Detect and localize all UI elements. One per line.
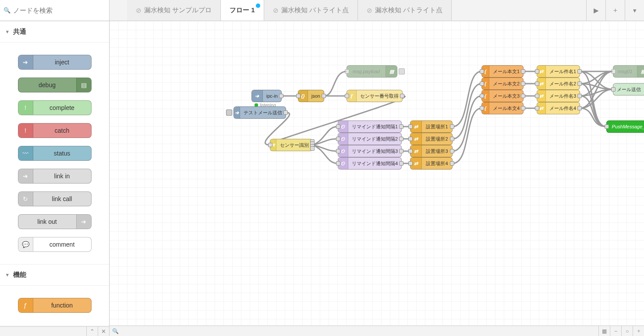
link-in-icon: ➜ xyxy=(18,169,33,183)
debug-icon: ▤ xyxy=(637,66,644,77)
palette-node-catch[interactable]: !catch xyxy=(18,123,92,138)
link-call-icon: ↻ xyxy=(18,192,33,206)
tab-add-button[interactable]: ＋ xyxy=(605,0,625,21)
zoom-out-button[interactable]: − xyxy=(610,326,621,336)
node-mail-subject-1[interactable]: ⇄メール件名1 xyxy=(537,65,580,78)
palette-node-function[interactable]: ƒfunction xyxy=(18,298,92,313)
disabled-icon: ⊘ xyxy=(273,7,279,14)
workspace-footer: 🔍 ▦ − ○ ＋ xyxy=(110,325,644,336)
node-ipc-in[interactable]: ➔ipc-in listening xyxy=(251,90,282,102)
node-mail-body-3[interactable]: {メール本文3 xyxy=(481,90,524,102)
arrow-right-icon: ➔ xyxy=(18,55,33,69)
zoom-in-button[interactable]: ＋ xyxy=(633,326,644,336)
node-push-message[interactable]: PushMessage_New💬 xyxy=(606,120,644,133)
palette-category-common[interactable]: ▾共通 xyxy=(0,21,109,42)
node-location-4[interactable]: ⇄設置場所4 xyxy=(410,157,453,170)
node-mail-body-2[interactable]: {メール本文2 xyxy=(481,78,524,90)
workspace: ⊘漏水検知 サンプルプロ フロー 1 ⊘漏水検知 パトライト点 ⊘漏水検知 パト… xyxy=(110,0,644,336)
node-msg-payload[interactable]: msg.payload▤ xyxy=(347,65,397,78)
tab-bar: ⊘漏水検知 サンプルプロ フロー 1 ⊘漏水検知 パトライト点 ⊘漏水検知 パト… xyxy=(110,0,644,21)
node-mail-subject-3[interactable]: ⇄メール件名3 xyxy=(537,90,580,102)
node-location-1[interactable]: ⇄設置場所1 xyxy=(410,120,453,133)
tab-menu-toggle[interactable]: ▶ xyxy=(586,0,605,21)
node-remind-2[interactable]: ⏲リマインド通知間隔2 xyxy=(338,133,402,145)
palette: 🔍 ▾共通 ➔inject debug▤ !complete !catch 〰s… xyxy=(0,0,110,336)
tab-0[interactable]: ⊘漏水検知 サンプルプロ xyxy=(127,0,221,21)
zoom-reset-button[interactable]: ○ xyxy=(621,326,633,336)
inject-button[interactable] xyxy=(226,110,232,116)
debug-icon: ▤ xyxy=(386,66,397,77)
alert-icon: ! xyxy=(18,101,33,115)
node-mail-send[interactable]: メール送信✉ xyxy=(613,83,644,95)
pulse-icon: 〰 xyxy=(18,146,33,160)
debug-toggle[interactable] xyxy=(399,68,405,74)
palette-node-comment[interactable]: 💬comment xyxy=(18,237,92,252)
node-msg01[interactable]: msg01▤ xyxy=(613,65,644,78)
palette-node-link-in[interactable]: ➜link in xyxy=(18,169,92,184)
palette-node-complete[interactable]: !complete xyxy=(18,100,92,115)
node-mail-body-4[interactable]: {メール本文4 xyxy=(481,102,524,114)
tab-2[interactable]: ⊘漏水検知 パトライト点 xyxy=(264,0,358,21)
node-mail-subject-4[interactable]: ⇄メール件名4 xyxy=(537,102,580,114)
palette-category-function[interactable]: ▾機能 xyxy=(0,264,109,286)
disabled-icon: ⊘ xyxy=(367,7,372,14)
palette-footer: ⌃ ✕ xyxy=(0,326,109,336)
alert-icon: ! xyxy=(18,124,33,138)
comment-icon: 💬 xyxy=(18,237,33,251)
link-out-icon: ➜ xyxy=(76,215,91,229)
node-mail-body-1[interactable]: {メール本文1 xyxy=(481,65,524,78)
canvas[interactable]: ➔ipc-in listening {}json msg.payload▤ ƒセ… xyxy=(110,21,644,325)
palette-close-button[interactable]: ✕ xyxy=(98,327,109,336)
node-test-mail[interactable]: ➔テストメール送信 xyxy=(234,106,286,119)
palette-node-inject[interactable]: ➔inject xyxy=(18,55,92,70)
palette-node-link-out[interactable]: link out➜ xyxy=(18,214,92,229)
palette-collapse-button[interactable]: ⌃ xyxy=(86,327,98,336)
palette-node-debug[interactable]: debug▤ xyxy=(18,78,92,92)
tab-dropdown-button[interactable]: ▾ xyxy=(625,0,644,21)
node-remind-3[interactable]: ⏲リマインド通知間隔3 xyxy=(338,145,402,157)
palette-search: 🔍 xyxy=(0,0,109,21)
node-remind-4[interactable]: ⏲リマインド通知間隔4 xyxy=(338,157,402,170)
navigator-button[interactable]: ▦ xyxy=(598,326,610,336)
node-location-2[interactable]: ⇄設置場所2 xyxy=(410,133,453,145)
debug-icon: ▤ xyxy=(76,78,91,92)
tab-1[interactable]: フロー 1 xyxy=(221,0,264,21)
node-location-3[interactable]: ⇄設置場所3 xyxy=(410,145,453,157)
arrow-right-icon: ➔ xyxy=(234,107,240,118)
disabled-icon: ⊘ xyxy=(136,7,142,14)
search-icon: 🔍 xyxy=(4,7,11,14)
tab-3[interactable]: ⊘漏水検知 パトライト点 xyxy=(358,0,452,21)
palette-node-link-call[interactable]: ↻link call xyxy=(18,191,92,206)
node-mail-subject-2[interactable]: ⇄メール件名2 xyxy=(537,78,580,90)
node-sensor-number[interactable]: ƒセンサー番号取得 xyxy=(347,90,403,102)
function-icon: ƒ xyxy=(18,298,33,312)
arrow-right-icon: ➔ xyxy=(252,90,263,102)
node-remind-1[interactable]: ⏲リマインド通知間隔1 xyxy=(338,120,402,133)
node-json[interactable]: {}json xyxy=(298,90,324,102)
search-input[interactable] xyxy=(13,7,106,14)
node-sensor-identify[interactable]: ⤲センサー識別 xyxy=(270,139,313,151)
footer-search-button[interactable]: 🔍 xyxy=(110,326,121,336)
palette-node-status[interactable]: 〰status xyxy=(18,146,92,161)
unsaved-dot-icon xyxy=(256,4,260,8)
